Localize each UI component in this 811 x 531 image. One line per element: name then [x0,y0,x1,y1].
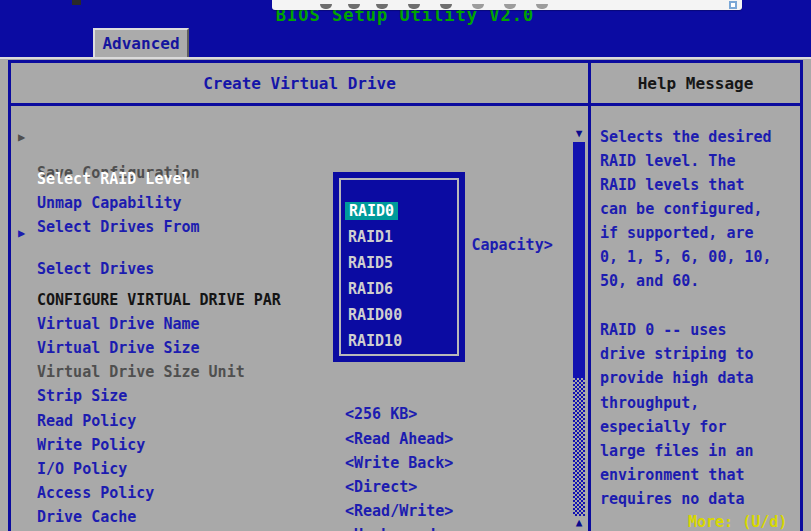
bios-screen: BIOS Setup Utility V2.0 Advanced Create … [0,0,811,531]
popup-item-raid10[interactable]: RAID10 [348,332,402,350]
main-panel-header: Create Virtual Drive [8,60,591,106]
submenu-arrow-icon: ▶ [18,130,25,144]
toolbar-icon[interactable] [376,4,388,9]
help-text-line: 0, 1, 5, 6, 00, 10, [600,248,798,266]
page-title: Create Virtual Drive [11,63,588,103]
row-select-drives[interactable]: ▶ Select Drives [18,224,570,245]
toolbar-icon[interactable] [440,4,452,9]
help-text-line: RAID levels that [600,176,798,194]
row-virtual-drive-size[interactable]: Virtual Drive Size [18,321,570,342]
row-virtual-drive-size-unit[interactable]: Virtual Drive Size Unit [18,345,570,366]
help-text-line: especially for [600,418,798,436]
help-text-line: RAID level. The [600,152,798,170]
row-access-policy[interactable]: Access Policy <Read/Write> [18,466,570,487]
tab-advanced-label: Advanced [102,34,179,53]
toolbar-icon[interactable] [472,4,484,9]
help-panel-header: Help Message [588,60,803,106]
toolbar-icon[interactable] [408,4,420,9]
section-configure-virtual-drive: CONFIGURE VIRTUAL DRIVE PAR [18,273,570,294]
scrollbar-thumb[interactable] [573,142,585,378]
popup-item-raid6[interactable]: RAID6 [348,280,393,298]
scrollbar-track[interactable] [573,378,585,516]
row-disable-background[interactable]: Disable Background <No> [18,514,570,531]
row-unmap-capability[interactable]: Unmap Capability [18,176,570,197]
row-save-configuration[interactable]: ▶ Save Configuration [18,128,570,149]
help-text-line: drive striping to [600,345,798,363]
scroll-up-icon[interactable]: ▲ [572,517,586,529]
menubar-highlight-line [0,57,811,59]
scroll-down-icon[interactable]: ▼ [572,128,586,140]
help-text-line: RAID 0 -- uses [600,321,798,339]
help-text-line: can be configured, [600,200,798,218]
submenu-arrow-icon: ▶ [18,226,25,240]
row-select-raid-level[interactable]: Select RAID Level <RAID0> [18,152,570,173]
toolbar-icon[interactable] [348,4,360,9]
row-virtual-drive-name[interactable]: Virtual Drive Name [18,297,570,318]
help-text-line: 50, and 60. [600,272,798,290]
help-text-line: if supported, are [600,224,798,242]
raid-level-popup: RAID0 RAID1 RAID5 RAID6 RAID00 RAID10 [333,172,465,362]
window-artifact [72,0,81,5]
row-strip-size[interactable]: Strip Size <256 KB> [18,369,570,390]
toolbar-icon[interactable] [320,4,332,9]
row-io-policy[interactable]: I/O Policy <Direct> [18,442,570,463]
help-more-hint: More: (U/d) [688,513,800,531]
popup-item-raid5[interactable]: RAID5 [348,254,393,272]
row-write-policy[interactable]: Write Policy <Write Back> [18,418,570,439]
row-read-policy[interactable]: Read Policy <Read Ahead> [18,394,570,415]
popup-item-raid00[interactable]: RAID00 [348,306,402,324]
help-text-line: Selects the desired [600,128,798,146]
help-text-line: throughput, [600,394,798,412]
toolbar-checkbox-icon[interactable] [729,1,737,9]
row-drive-cache[interactable]: Drive Cache <Unchanged> [18,490,570,511]
tab-advanced[interactable]: Advanced [93,28,189,57]
row-select-drives-from[interactable]: Select Drives From <Unconfigured Capacit… [18,200,570,221]
console-toolbar [272,0,742,10]
help-title: Help Message [591,63,800,103]
help-text-line: provide high data [600,369,798,387]
popup-item-raid1[interactable]: RAID1 [348,228,393,246]
help-text-line: environment that [600,466,798,484]
toolbar-icon[interactable] [536,4,548,9]
popup-item-raid0[interactable]: RAID0 [345,202,398,220]
toolbar-icon[interactable] [504,4,516,9]
help-text-line: large files in an [600,442,798,460]
help-text-line: requires no data [600,490,798,508]
